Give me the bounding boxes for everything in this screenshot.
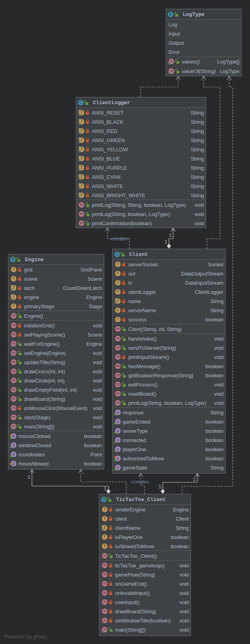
svg-text:m: m xyxy=(12,323,16,327)
svg-text:f: f xyxy=(81,128,82,133)
svg-text:f: f xyxy=(117,280,119,285)
svg-text:m: m xyxy=(103,599,107,604)
svg-text:C: C xyxy=(116,252,119,256)
svg-text:m: m xyxy=(116,363,120,368)
svg-text:f: f xyxy=(81,183,82,188)
svg-text:C: C xyxy=(103,497,106,501)
svg-text:m: m xyxy=(12,378,16,382)
svg-text:m: m xyxy=(116,373,120,377)
svg-text:p: p xyxy=(117,456,119,460)
svg-text:1: 1 xyxy=(169,233,172,238)
svg-text:f: f xyxy=(13,285,14,290)
svg-text:«create»: «create» xyxy=(110,236,129,242)
svg-text:m: m xyxy=(12,405,16,410)
svg-text:m: m xyxy=(12,387,16,392)
svg-text:f: f xyxy=(104,507,105,511)
svg-text:m: m xyxy=(80,202,83,207)
svg-text:f: f xyxy=(81,192,82,197)
svg-text:m: m xyxy=(80,211,83,216)
svg-text:1: 1 xyxy=(193,477,196,483)
svg-text:f: f xyxy=(104,525,105,530)
svg-text:p: p xyxy=(117,437,119,442)
svg-text:f: f xyxy=(13,303,14,308)
svg-text:p: p xyxy=(12,461,15,466)
svg-text:f: f xyxy=(13,294,14,299)
svg-text:f: f xyxy=(117,307,119,312)
svg-text:m: m xyxy=(116,336,120,341)
svg-text:f: f xyxy=(117,289,119,294)
svg-text:p: p xyxy=(117,419,119,424)
svg-text:C: C xyxy=(12,257,15,262)
svg-text:m: m xyxy=(103,553,107,558)
svg-text:m: m xyxy=(103,590,107,595)
svg-text:m: m xyxy=(116,382,120,386)
svg-text:m: m xyxy=(103,563,107,567)
svg-text:f: f xyxy=(81,174,82,179)
svg-text:1: 1 xyxy=(159,484,161,490)
svg-text:f: f xyxy=(81,156,82,161)
svg-text:m: m xyxy=(116,326,120,331)
svg-text:1: 1 xyxy=(104,486,107,492)
svg-text:m: m xyxy=(116,354,120,359)
svg-text:m: m xyxy=(116,391,120,396)
svg-text:m: m xyxy=(12,313,16,318)
svg-text:f: f xyxy=(104,534,105,539)
svg-text:f: f xyxy=(13,267,14,271)
svg-text:f: f xyxy=(117,262,119,266)
svg-text:m: m xyxy=(103,581,107,586)
svg-text:m: m xyxy=(12,396,16,401)
svg-text:m: m xyxy=(12,414,16,419)
svg-text:p: p xyxy=(117,465,119,470)
svg-text:E: E xyxy=(169,12,172,16)
svg-text:m: m xyxy=(103,572,107,577)
svg-text:m: m xyxy=(103,608,107,613)
svg-text:f: f xyxy=(104,543,105,548)
svg-text:f: f xyxy=(13,276,14,281)
svg-text:f: f xyxy=(81,165,82,170)
svg-text:m: m xyxy=(116,345,120,350)
svg-text:m: m xyxy=(80,220,83,225)
svg-text:m: m xyxy=(12,369,16,373)
svg-text:f: f xyxy=(117,317,119,321)
svg-text:p: p xyxy=(12,433,15,438)
svg-text:m: m xyxy=(12,359,16,364)
svg-text:1: 1 xyxy=(28,475,30,480)
svg-text:f: f xyxy=(81,119,82,124)
svg-text:p: p xyxy=(117,446,119,451)
svg-text:f: f xyxy=(117,298,119,303)
svg-text:1: 1 xyxy=(165,240,167,245)
svg-text:p: p xyxy=(12,452,15,456)
svg-text:«create»: «create» xyxy=(131,479,150,485)
svg-text:f: f xyxy=(104,516,105,521)
svg-text:f: f xyxy=(81,137,82,142)
svg-text:f: f xyxy=(81,147,82,151)
svg-text:m: m xyxy=(12,332,16,337)
svg-text:m: m xyxy=(103,618,107,622)
svg-text:p: p xyxy=(117,428,119,433)
svg-text:f: f xyxy=(117,271,119,275)
svg-text:p: p xyxy=(12,442,15,447)
svg-text:C: C xyxy=(79,100,83,105)
svg-text:f: f xyxy=(81,110,82,115)
svg-text:p: p xyxy=(117,410,119,414)
